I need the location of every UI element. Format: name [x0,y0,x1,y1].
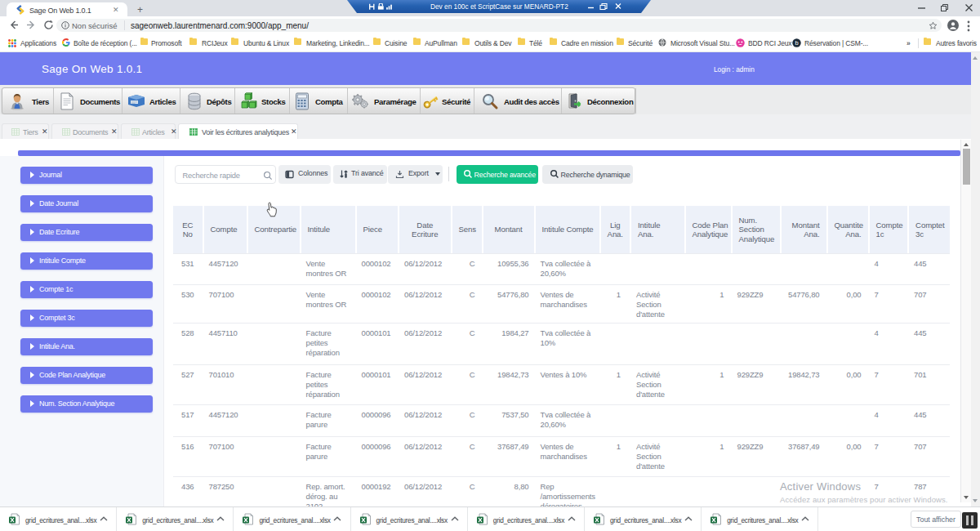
svg-text:b: b [795,39,798,47]
